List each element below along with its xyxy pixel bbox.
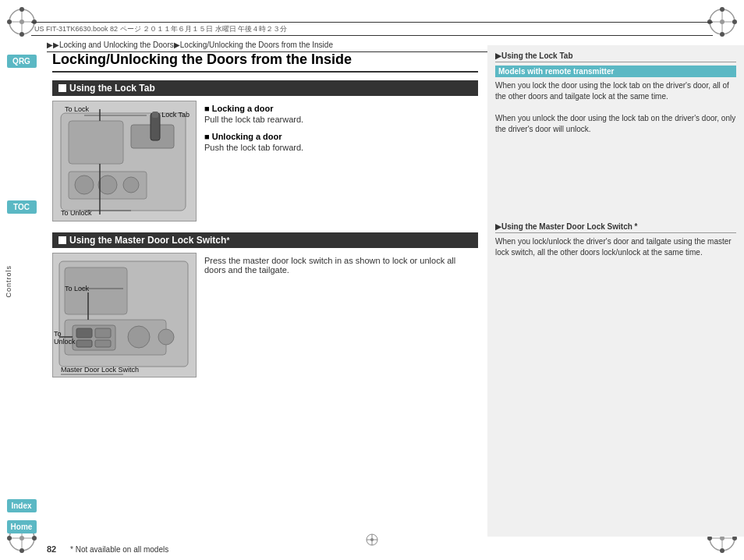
svg-point-31 xyxy=(720,548,725,553)
page-title: Locking/Unlocking the Doors from the Ins… xyxy=(52,51,478,73)
svg-point-64 xyxy=(370,538,374,541)
svg-point-40 xyxy=(98,175,117,194)
right-section2-title: ▶Using the Master Door Lock Switch * xyxy=(495,222,736,233)
unlocking-title: ■ Unlocking a door xyxy=(204,132,478,141)
unlocking-body: Push the lock tab forward. xyxy=(204,143,478,152)
section1-image: To Lock Lock Tab To Unlock xyxy=(52,101,197,222)
svg-point-55 xyxy=(128,326,150,348)
img-label2-to-lock: To Lock xyxy=(65,285,89,292)
right-section2-body: When you lock/unlock the driver's door a… xyxy=(495,236,736,258)
left-panel: Locking/Unlocking the Doors from the Ins… xyxy=(43,45,487,537)
right-panel-spacer xyxy=(495,144,736,222)
section1-text: ■ Locking a door Pull the lock tab rearw… xyxy=(204,101,478,222)
svg-point-4 xyxy=(7,19,12,24)
right-section1-title: ▶Using the Lock Tab xyxy=(495,51,736,62)
locking-body: Pull the lock tab rearward. xyxy=(204,115,478,124)
img-label2-switch: Master Door Lock Switch xyxy=(61,366,139,374)
svg-point-14 xyxy=(720,7,725,12)
img-label-to-lock: To Lock xyxy=(65,105,89,113)
section2-header: Using the Master Door Lock Switch* xyxy=(52,232,478,248)
locking-title: ■ Locking a door xyxy=(204,104,478,113)
svg-point-13 xyxy=(732,19,737,24)
right-section1-highlight: Models with remote transmitter xyxy=(495,66,736,77)
header-bar: US FIT-31TK6630.book 82 ページ ２０１１年６月１５日 水… xyxy=(31,22,713,36)
svg-rect-54 xyxy=(95,340,111,347)
svg-rect-37 xyxy=(152,112,158,118)
page-number: 82 xyxy=(47,544,56,554)
main-content: Locking/Unlocking the Doors from the Ins… xyxy=(43,45,744,537)
section2-content: To Lock ToUnlock Master Door Lock Switch… xyxy=(52,253,478,377)
svg-rect-51 xyxy=(76,328,92,338)
right-section1-body1: When you lock the door using the lock ta… xyxy=(495,80,736,135)
img-label-to-unlock: To Unlock xyxy=(61,209,92,217)
img-label2-to-unlock: ToUnlock xyxy=(54,330,76,346)
bottom-crosshair xyxy=(364,532,380,549)
svg-point-7 xyxy=(19,32,24,37)
section2-image: To Lock ToUnlock Master Door Lock Switch xyxy=(52,253,197,377)
svg-point-11 xyxy=(720,19,725,24)
sidebar-controls-label: Controls xyxy=(5,265,12,298)
svg-point-3 xyxy=(19,19,24,24)
section2-header-text: Using the Master Door Lock Switch* xyxy=(69,235,229,246)
unlocking-block: ■ Unlocking a door Push the lock tab for… xyxy=(204,132,478,152)
sidebar-btn-qrg[interactable]: QRG xyxy=(7,55,37,68)
header-file-info: US FIT-31TK6630.book 82 ページ ２０１１年６月１５日 水… xyxy=(34,24,287,34)
img-label-lock-tab: Lock Tab xyxy=(161,111,190,119)
svg-point-56 xyxy=(158,329,174,345)
svg-point-41 xyxy=(123,177,139,193)
sidebar-btn-toc[interactable]: TOC xyxy=(7,200,37,214)
right-section1: ▶Using the Lock Tab Models with remote t… xyxy=(495,51,736,135)
section1-content: To Lock Lock Tab To Unlock ■ Locking a d… xyxy=(52,101,478,222)
svg-rect-53 xyxy=(76,340,92,347)
right-section2: ▶Using the Master Door Lock Switch * Whe… xyxy=(495,222,736,258)
svg-rect-52 xyxy=(95,328,111,338)
section2-text: Press the master door lock switch in as … xyxy=(204,253,478,377)
svg-point-15 xyxy=(720,32,725,37)
right-panel: ▶Using the Lock Tab Models with remote t… xyxy=(487,45,744,537)
sidebar: QRG TOC Index Home Controls xyxy=(0,47,43,537)
svg-rect-34 xyxy=(69,121,123,164)
svg-point-39 xyxy=(75,175,94,194)
footnote: * Not available on all models xyxy=(70,545,168,554)
sidebar-btn-home[interactable]: Home xyxy=(7,520,37,533)
sidebar-btn-index[interactable]: Index xyxy=(7,499,37,512)
svg-point-23 xyxy=(19,548,24,553)
section1: Using the Lock Tab xyxy=(52,80,478,222)
section1-header: Using the Lock Tab xyxy=(52,80,478,96)
section1-icon xyxy=(58,84,66,92)
svg-point-6 xyxy=(19,7,24,12)
section2: Using the Master Door Lock Switch* xyxy=(52,232,478,377)
locking-block: ■ Locking a door Pull the lock tab rearw… xyxy=(204,104,478,124)
section2-icon xyxy=(58,236,66,244)
